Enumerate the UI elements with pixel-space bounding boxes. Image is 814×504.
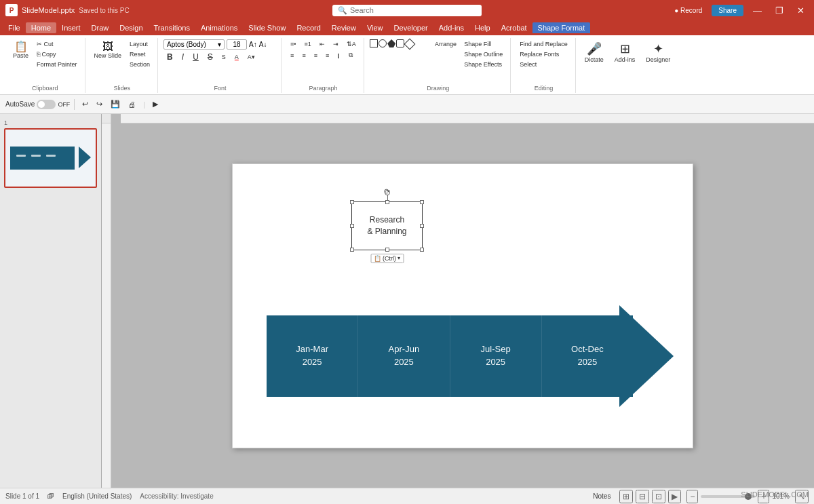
find-replace-button[interactable]: Find and Replace: [516, 39, 571, 49]
shape-fill-button[interactable]: Shape Fill: [461, 39, 506, 49]
search-box[interactable]: 🔍: [332, 5, 482, 16]
text-box-content[interactable]: Research & Planning: [367, 214, 406, 237]
font-color-button[interactable]: A: [231, 52, 242, 62]
save-button[interactable]: 💾: [107, 98, 123, 111]
copy-button[interactable]: ⎘ Copy: [33, 50, 81, 59]
handle-top-right[interactable]: [420, 200, 424, 204]
slide-sorter-button[interactable]: ⊟: [636, 490, 649, 503]
handle-bottom-left[interactable]: [350, 248, 354, 252]
print-button[interactable]: 🖨: [125, 98, 139, 111]
handle-bottom-right[interactable]: [420, 248, 424, 252]
rotate-icon[interactable]: ⟳: [384, 187, 390, 196]
menu-record[interactable]: Record: [291, 22, 326, 33]
bold-button[interactable]: B: [163, 51, 176, 63]
quick-access-toolbar: AutoSave OFF ↩ ↪ 💾 🖨 | ▶: [0, 95, 814, 114]
present-button[interactable]: ▶: [149, 98, 161, 111]
cut-button[interactable]: ✂ Cut: [33, 39, 81, 49]
menu-view[interactable]: View: [362, 22, 389, 33]
handle-mid-left[interactable]: [350, 224, 354, 228]
columns-button[interactable]: ⫿: [334, 50, 344, 60]
font-size-decrease[interactable]: A↓: [259, 41, 267, 48]
menu-addins[interactable]: Add-ins: [433, 22, 469, 33]
underline-button[interactable]: U: [189, 51, 202, 63]
align-left-button[interactable]: ≡: [287, 50, 297, 60]
menu-slideshow[interactable]: Slide Show: [243, 22, 291, 33]
new-slide-button[interactable]: 🖼 New Slide: [91, 39, 125, 61]
font-name-selector[interactable]: Aptos (Body) ▾: [163, 39, 225, 50]
undo-button[interactable]: ↩: [79, 98, 92, 111]
bullet-list-button[interactable]: ≡•: [287, 39, 299, 49]
new-slide-icon: 🖼: [102, 41, 113, 52]
menu-help[interactable]: Help: [469, 22, 496, 33]
menu-insert[interactable]: Insert: [56, 22, 86, 33]
menu-review[interactable]: Review: [326, 22, 362, 33]
shape-rect[interactable]: [370, 39, 378, 47]
replace-fonts-button[interactable]: Replace Fonts: [516, 50, 571, 59]
section-button[interactable]: Section: [126, 60, 153, 69]
big-arrow-shape[interactable]: Jan-Mar 2025 Apr-Jun 2025 Jul-Sep 2025: [267, 305, 674, 407]
select-button[interactable]: Select: [516, 60, 571, 69]
shape-outline-button[interactable]: Shape Outline: [461, 50, 506, 59]
redo-button[interactable]: ↪: [93, 98, 106, 111]
italic-button[interactable]: I: [178, 51, 187, 63]
dictate-button[interactable]: 🎤 Dictate: [581, 39, 607, 65]
handle-mid-right[interactable]: [420, 224, 424, 228]
menu-shapeformat[interactable]: Shape Format: [532, 22, 591, 33]
shape-rounded-rect[interactable]: [396, 39, 404, 47]
shape-effects-button[interactable]: Shape Effects: [461, 60, 506, 69]
autosave-switch[interactable]: [37, 100, 56, 109]
font-size-increase[interactable]: A↑: [249, 41, 257, 48]
restore-button[interactable]: ❐: [771, 5, 788, 16]
slide-thumbnail[interactable]: [4, 128, 97, 188]
handle-top-mid[interactable]: [385, 200, 389, 204]
handle-bottom-mid[interactable]: [385, 248, 389, 252]
record-button[interactable]: ● Record: [670, 7, 706, 14]
slideshow-button[interactable]: ▶: [668, 490, 681, 503]
arrange-button[interactable]: Arrange: [431, 39, 460, 49]
menu-home[interactable]: Home: [26, 22, 56, 33]
justify-button[interactable]: ≡: [322, 50, 332, 60]
menu-animations[interactable]: Animations: [195, 22, 243, 33]
numbered-list-button[interactable]: ≡1: [301, 39, 315, 49]
reset-button[interactable]: Reset: [126, 50, 153, 59]
zoom-out-button[interactable]: −: [686, 490, 698, 503]
highlight-color-button[interactable]: A▾: [244, 52, 258, 62]
shadow-button[interactable]: S: [218, 52, 229, 62]
menu-design[interactable]: Design: [114, 22, 148, 33]
strikethrough-button[interactable]: S: [204, 51, 216, 63]
accessibility-label[interactable]: Accessibility: Investigate: [140, 492, 213, 500]
align-center-button[interactable]: ≡: [298, 50, 309, 60]
paste-options-button[interactable]: 📋 (Ctrl) ▾: [370, 254, 404, 263]
layout-button[interactable]: Layout: [126, 39, 153, 49]
handle-top-left[interactable]: [350, 200, 354, 204]
menu-draw[interactable]: Draw: [86, 22, 115, 33]
paste-button[interactable]: 📋 Paste: [9, 39, 32, 61]
text-direction-button[interactable]: ⇅A: [343, 39, 360, 49]
shape-pentagon[interactable]: [387, 39, 395, 47]
designer-button[interactable]: ✦ Designer: [642, 39, 674, 65]
close-button[interactable]: ✕: [793, 5, 809, 16]
text-box-selected[interactable]: ⟳ Research & Planning 📋 (Ctrl) ▾: [351, 201, 423, 250]
minimize-button[interactable]: —: [749, 5, 766, 16]
indent-less-button[interactable]: ⇤: [316, 39, 328, 49]
menu-transitions[interactable]: Transitions: [149, 22, 195, 33]
notes-button[interactable]: Notes: [589, 490, 614, 502]
reading-view-button[interactable]: ⊡: [652, 490, 665, 503]
share-button[interactable]: Share: [712, 5, 743, 16]
menu-acrobat[interactable]: Acrobat: [496, 22, 532, 33]
normal-view-button[interactable]: ⊞: [619, 490, 633, 503]
shape-circle[interactable]: [379, 39, 387, 47]
indent-more-button[interactable]: ⇥: [330, 39, 342, 49]
title-bar-right: ● Record Share — ❐ ✕: [541, 5, 809, 16]
canvas-area[interactable]: ⟳ Research & Planning 📋 (Ctrl) ▾: [111, 123, 814, 488]
search-input[interactable]: [350, 6, 472, 14]
shape-diamond[interactable]: [404, 39, 416, 50]
slide-canvas[interactable]: ⟳ Research & Planning 📋 (Ctrl) ▾: [232, 163, 693, 448]
menu-file[interactable]: File: [3, 22, 26, 33]
align-right-button[interactable]: ≡: [311, 50, 321, 60]
menu-developer[interactable]: Developer: [389, 22, 433, 33]
smartart-button[interactable]: ⧉: [345, 50, 356, 60]
addins-button[interactable]: ⊞ Add-ins: [611, 39, 639, 65]
font-size-input[interactable]: 18: [227, 39, 247, 50]
format-painter-button[interactable]: Format Painter: [33, 60, 81, 69]
